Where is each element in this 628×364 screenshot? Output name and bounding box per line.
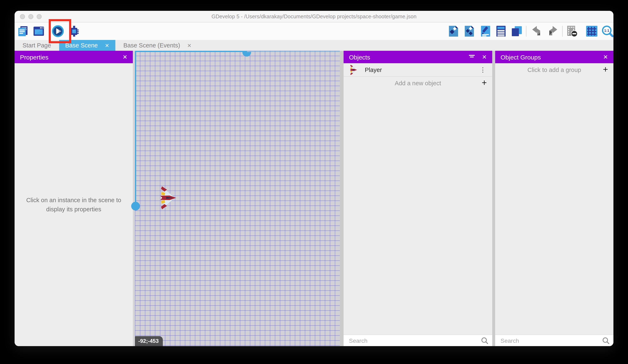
search-icon: [602, 337, 610, 344]
groups-search-input[interactable]: [495, 335, 614, 346]
panel-divider[interactable]: [492, 51, 495, 346]
instances-list-icon[interactable]: [495, 25, 507, 37]
add-new-object-button[interactable]: Add a new object +: [344, 76, 492, 89]
plus-icon: +: [603, 64, 608, 74]
more-options-icon[interactable]: ⋮: [478, 66, 488, 73]
cursor-coordinates-tooltip: -92;-453: [135, 336, 163, 346]
close-panel-icon[interactable]: ✕: [482, 54, 487, 60]
groups-search-bar: [495, 334, 614, 346]
play-preview-icon[interactable]: [52, 25, 64, 37]
title-bar: GDevelop 5 - /Users/dkarakay/Documents/G…: [14, 11, 614, 22]
close-panel-icon[interactable]: ✕: [123, 54, 127, 60]
start-page-window-icon[interactable]: [32, 25, 45, 37]
properties-panel: Properties ✕ Click on an instance in the…: [14, 51, 133, 346]
panel-title: Properties: [20, 54, 49, 61]
grid-icon[interactable]: [586, 25, 598, 37]
object-groups-panel: Object Groups ✕ Click to add a group +: [495, 51, 614, 346]
maximize-window-button[interactable]: [37, 14, 42, 19]
zoom-1-1-icon[interactable]: 1:1: [601, 25, 614, 37]
objects-panel-header: Objects ✕: [344, 51, 492, 63]
search-icon: [481, 337, 488, 344]
close-window-button[interactable]: [20, 14, 25, 19]
object-groups-panel-header: Object Groups ✕: [495, 51, 614, 63]
scene-canvas[interactable]: -92;-453: [135, 51, 340, 346]
object-groups-panel-icon[interactable]: [463, 25, 475, 37]
scene-border-top-line-solid: [135, 51, 247, 52]
tab-base-scene-events[interactable]: Base Scene (Events) ✕: [115, 40, 199, 51]
screenshot-stage: GDevelop 5 - /Users/dkarakay/Documents/G…: [0, 0, 628, 364]
project-manager-icon[interactable]: [17, 25, 29, 37]
gdevelop-window: GDevelop 5 - /Users/dkarakay/Documents/G…: [14, 11, 614, 346]
objects-search-input[interactable]: [344, 335, 492, 346]
panel-title: Objects: [349, 54, 370, 61]
properties-panel-header: Properties ✕: [14, 51, 133, 63]
close-panel-icon[interactable]: ✕: [603, 54, 608, 60]
window-title: GDevelop 5 - /Users/dkarakay/Documents/G…: [212, 13, 417, 19]
player-instance[interactable]: [159, 185, 176, 211]
close-tab-icon[interactable]: ✕: [187, 42, 192, 49]
add-group-button[interactable]: Click to add a group +: [495, 63, 614, 76]
panel-divider[interactable]: [133, 51, 135, 346]
toolbar-separator: [526, 26, 526, 37]
panel-divider[interactable]: [340, 51, 344, 346]
player-object-thumbnail: [349, 64, 358, 75]
undo-icon[interactable]: [531, 25, 544, 37]
tab-base-scene[interactable]: Base Scene ✕: [59, 40, 115, 51]
zoom-ratio-label: 1:1: [604, 29, 610, 33]
plus-icon: +: [482, 78, 487, 88]
editor-panels: Properties ✕ Click on an instance in the…: [14, 51, 614, 346]
properties-empty-message: Click on an instance in the scene to dis…: [22, 196, 126, 214]
filter-icon[interactable]: [469, 55, 475, 60]
scene-border-left-handle[interactable]: [131, 202, 140, 210]
object-name: Player: [365, 66, 478, 73]
properties-panel-icon[interactable]: [479, 25, 492, 37]
layers-panel-icon[interactable]: [511, 25, 523, 37]
minimize-window-button[interactable]: [28, 14, 33, 19]
tab-start-page[interactable]: Start Page: [14, 40, 59, 51]
traffic-lights[interactable]: [20, 14, 42, 19]
mask-icon[interactable]: [566, 25, 578, 37]
toolbar-separator: [562, 26, 563, 37]
close-tab-icon[interactable]: ✕: [105, 42, 109, 49]
tab-bar: Start Page Base Scene ✕ Base Scene (Even…: [14, 40, 614, 51]
scene-border-top-handle[interactable]: [242, 52, 251, 56]
objects-search-bar: [344, 334, 492, 346]
redo-icon[interactable]: [546, 25, 558, 37]
main-toolbar: 1:1: [14, 22, 614, 40]
debug-icon[interactable]: [68, 25, 80, 37]
objects-panel: Objects ✕: [344, 51, 492, 346]
scene-border-left-line: [135, 51, 136, 206]
objects-panel-icon[interactable]: [447, 25, 460, 37]
object-list-item-player[interactable]: Player ⋮: [344, 63, 492, 76]
panel-title: Object Groups: [501, 54, 541, 61]
